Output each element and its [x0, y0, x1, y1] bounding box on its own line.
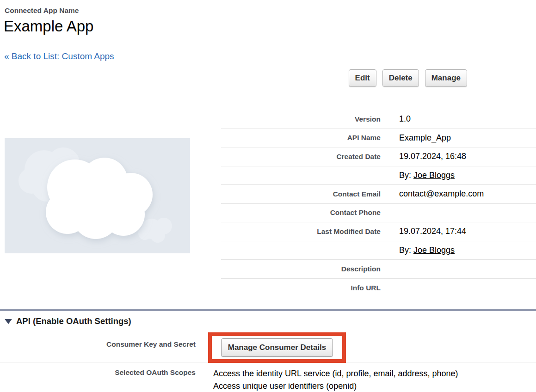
detail-field-table: Version 1.0 API Name Example_App Created… [221, 110, 536, 297]
field-label: API Name [221, 134, 381, 142]
cloud-illustration-icon [5, 138, 190, 253]
field-value: By: Joe Bloggs [399, 245, 455, 255]
oauth-scope-item: Access unique user identifiers (openid) [213, 380, 458, 392]
entity-type-label: Connected App Name [5, 6, 79, 15]
field-label: Last Modified Date [221, 227, 381, 236]
by-prefix: By: [399, 171, 413, 180]
field-value: By: Joe Bloggs [399, 171, 455, 180]
field-label: Created Date [221, 153, 381, 161]
field-value: 19.07.2024, 16:48 [399, 152, 466, 161]
annotation-highlight-box: Manage Consumer Details [208, 332, 346, 363]
field-value: Example_App [399, 133, 451, 143]
by-prefix: By: [399, 245, 413, 255]
table-row-contact-phone: Contact Phone [221, 204, 536, 223]
consumer-key-secret-label: Consumer Key and Secret [0, 340, 196, 349]
field-label: Version [221, 115, 381, 123]
page-title: Example App [4, 18, 93, 35]
field-value: contact@example.com [399, 189, 484, 199]
table-row-version: Version 1.0 [221, 110, 536, 129]
oauth-section-header[interactable]: API (Enable OAuth Settings) [5, 316, 131, 326]
table-row-info-url: Info URL [221, 279, 536, 298]
created-by-user-link[interactable]: Joe Bloggs [413, 171, 455, 180]
oauth-section-title: API (Enable OAuth Settings) [16, 316, 131, 326]
edit-button[interactable]: Edit [349, 69, 376, 87]
delete-button[interactable]: Delete [382, 69, 419, 87]
table-row-created-date: Created Date 19.07.2024, 16:48 [221, 147, 536, 166]
field-label: Contact Email [221, 190, 381, 198]
table-row-created-by: By: Joe Bloggs [221, 166, 536, 185]
detail-toolbar: Edit Delete Manage [349, 69, 467, 87]
field-value: 19.07.2024, 17:44 [399, 227, 466, 236]
manage-button[interactable]: Manage [425, 69, 467, 87]
connected-app-detail-page: Connected App Name Example App « Back to… [0, 0, 536, 392]
field-value: 1.0 [399, 114, 411, 124]
field-label: Contact Phone [221, 208, 381, 217]
manage-consumer-details-button[interactable]: Manage Consumer Details [221, 338, 333, 357]
table-row-modified-by: By: Joe Bloggs [221, 241, 536, 260]
app-logo-image [5, 138, 190, 253]
collapse-triangle-icon [5, 319, 12, 324]
modified-by-user-link[interactable]: Joe Bloggs [413, 245, 455, 255]
table-row-api-name: API Name Example_App [221, 129, 536, 148]
oauth-scopes-values: Access the identity URL service (id, pro… [213, 368, 458, 392]
oauth-scope-item: Access the identity URL service (id, pro… [213, 368, 458, 380]
table-row-last-modified-date: Last Modified Date 19.07.2024, 17:44 [221, 222, 536, 241]
table-row-contact-email: Contact Email contact@example.com [221, 185, 536, 204]
selected-oauth-scopes-label: Selected OAuth Scopes [0, 368, 196, 377]
table-row-description: Description [221, 260, 536, 279]
back-to-list-link[interactable]: « Back to List: Custom Apps [4, 51, 114, 61]
field-label: Description [221, 265, 381, 273]
field-label: Info URL [221, 284, 381, 292]
section-divider-bar [0, 309, 536, 311]
